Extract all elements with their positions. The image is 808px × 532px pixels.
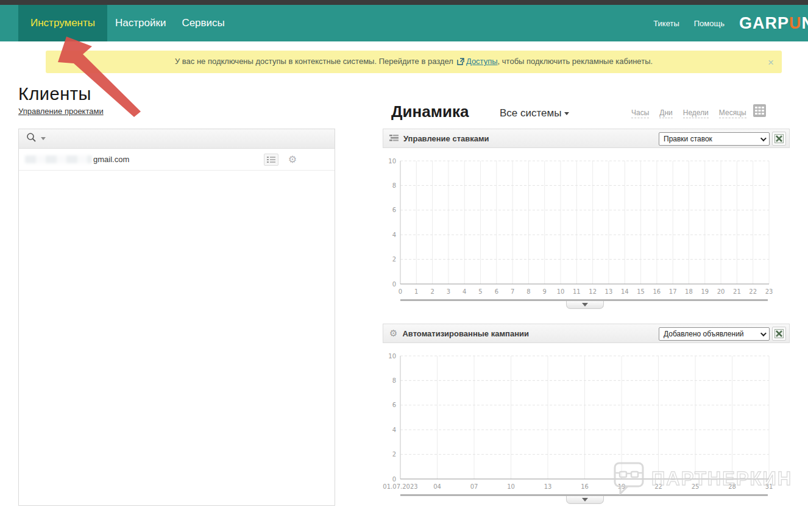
svg-text:0: 0: [399, 288, 402, 295]
svg-text:6: 6: [392, 402, 396, 408]
svg-text:10: 10: [557, 288, 565, 295]
svg-text:8: 8: [526, 288, 530, 295]
svg-text:8: 8: [392, 377, 396, 384]
bids-metric-value: Правки ставок: [664, 135, 712, 143]
svg-text:31: 31: [765, 483, 773, 490]
svg-text:16: 16: [581, 483, 589, 490]
bids-export-excel-icon[interactable]: [772, 132, 786, 146]
projects-management-link[interactable]: Управление проектами: [18, 107, 104, 116]
svg-text:07: 07: [470, 483, 478, 490]
bids-chart: 0123456789101112131415161718192021222302…: [383, 150, 785, 301]
triangle-down-icon: [582, 498, 588, 502]
clients-page-title: Клиенты: [18, 84, 91, 104]
svg-text:23: 23: [765, 288, 773, 295]
campaigns-chart: 01.07.2023040710131619222528310246810: [383, 345, 785, 496]
nav-item-tools[interactable]: Инструменты: [18, 5, 107, 41]
nav-right: Тикеты Помощь GARPUN: [653, 5, 808, 41]
svg-text:17: 17: [669, 288, 677, 295]
bids-metric-select[interactable]: Правки ставок: [659, 132, 770, 146]
chevron-down-icon: [760, 330, 767, 336]
clients-search-bar[interactable]: [19, 129, 335, 149]
banner-access-link[interactable]: Доступы: [466, 57, 498, 66]
nav-link-tickets[interactable]: Тикеты: [653, 19, 679, 28]
client-report-icon[interactable]: [264, 154, 278, 166]
search-type-caret-icon[interactable]: [41, 137, 46, 140]
svg-text:22: 22: [654, 483, 662, 490]
svg-text:13: 13: [605, 288, 613, 295]
main-nav: Инструменты Настройки Сервисы Тикеты Пом…: [0, 5, 808, 41]
banner-text-before: У вас не подключены доступы в контекстны…: [175, 57, 453, 66]
campaigns-panel-header: ⚙ Автоматизированные кампании Добавлено …: [383, 324, 790, 343]
svg-text:4: 4: [462, 288, 466, 295]
svg-text:10: 10: [388, 353, 396, 360]
bids-panel-title: Управление ставками: [403, 134, 489, 143]
campaigns-panel-title: Автоматизированные кампании: [402, 329, 529, 338]
svg-text:1: 1: [414, 288, 418, 295]
period-switcher: Часы Дни Недели Месяцы: [631, 108, 746, 118]
logo-accent: U: [789, 14, 802, 32]
bars-icon: [389, 133, 399, 144]
svg-text:15: 15: [637, 288, 645, 295]
svg-text:13: 13: [544, 483, 552, 490]
client-row[interactable]: gmail.com ⚙: [19, 149, 335, 171]
svg-text:22: 22: [749, 288, 757, 295]
svg-text:01.07.2023: 01.07.2023: [383, 483, 417, 490]
svg-text:9: 9: [543, 288, 547, 295]
period-months[interactable]: Месяцы: [719, 108, 746, 118]
svg-text:19: 19: [618, 483, 626, 490]
svg-text:21: 21: [733, 288, 741, 295]
svg-text:11: 11: [573, 288, 581, 295]
client-row-icons: ⚙: [264, 154, 297, 166]
nav-item-services[interactable]: Сервисы: [174, 5, 232, 41]
period-days[interactable]: Дни: [659, 108, 672, 118]
svg-text:10: 10: [507, 483, 515, 490]
period-weeks[interactable]: Недели: [683, 108, 709, 118]
redacted-email-prefix: [25, 155, 92, 163]
campaigns-export-excel-icon[interactable]: [772, 327, 786, 341]
svg-text:7: 7: [511, 288, 514, 295]
chevron-down-icon: [760, 135, 767, 141]
browser-top-strip: [0, 0, 808, 5]
logo-part2: N: [802, 14, 808, 32]
campaigns-metric-value: Добавлено объявлений: [664, 330, 744, 338]
svg-text:12: 12: [589, 288, 597, 295]
banner-text-after: , чтобы подключить рекламные кабинеты.: [498, 57, 653, 66]
page: Инструменты Настройки Сервисы Тикеты Пом…: [0, 0, 808, 532]
campaigns-gear-icon: ⚙: [389, 329, 397, 338]
banner-text: У вас не подключены доступы в контекстны…: [175, 57, 653, 67]
calendar-icon[interactable]: [753, 104, 766, 119]
svg-text:4: 4: [392, 427, 396, 433]
nav-link-help[interactable]: Помощь: [694, 19, 725, 28]
nav-item-settings[interactable]: Настройки: [107, 5, 174, 41]
svg-text:6: 6: [495, 288, 498, 295]
svg-text:14: 14: [621, 288, 629, 295]
campaigns-collapse-button[interactable]: [566, 496, 604, 504]
systems-dropdown-label: Все системы: [500, 107, 561, 119]
svg-text:2: 2: [430, 288, 434, 295]
svg-text:0: 0: [392, 476, 396, 483]
svg-text:2: 2: [392, 451, 396, 458]
svg-text:16: 16: [653, 288, 661, 295]
svg-text:28: 28: [728, 483, 736, 490]
campaigns-metric-select[interactable]: Добавлено объявлений: [659, 327, 770, 341]
banner-close-icon[interactable]: ×: [768, 57, 774, 67]
clients-panel: gmail.com ⚙: [18, 129, 335, 506]
svg-text:04: 04: [433, 483, 441, 490]
svg-text:5: 5: [478, 288, 482, 295]
svg-text:18: 18: [685, 288, 693, 295]
client-email: gmail.com: [93, 155, 129, 164]
svg-text:4: 4: [392, 232, 396, 238]
svg-text:0: 0: [392, 281, 396, 288]
external-link-icon: [457, 58, 464, 67]
systems-caret-icon: [564, 112, 569, 115]
bids-collapse-button[interactable]: [566, 301, 604, 309]
logo-part1: GARP: [739, 14, 789, 32]
warning-banner: У вас не подключены доступы в контекстны…: [46, 51, 782, 73]
svg-text:19: 19: [701, 288, 709, 295]
systems-dropdown[interactable]: Все системы: [500, 107, 569, 119]
period-hours[interactable]: Часы: [631, 108, 649, 118]
svg-text:6: 6: [392, 207, 396, 213]
dynamics-title: Динамика: [391, 102, 469, 121]
svg-text:20: 20: [717, 288, 725, 295]
client-settings-gear-icon[interactable]: ⚙: [288, 155, 297, 165]
